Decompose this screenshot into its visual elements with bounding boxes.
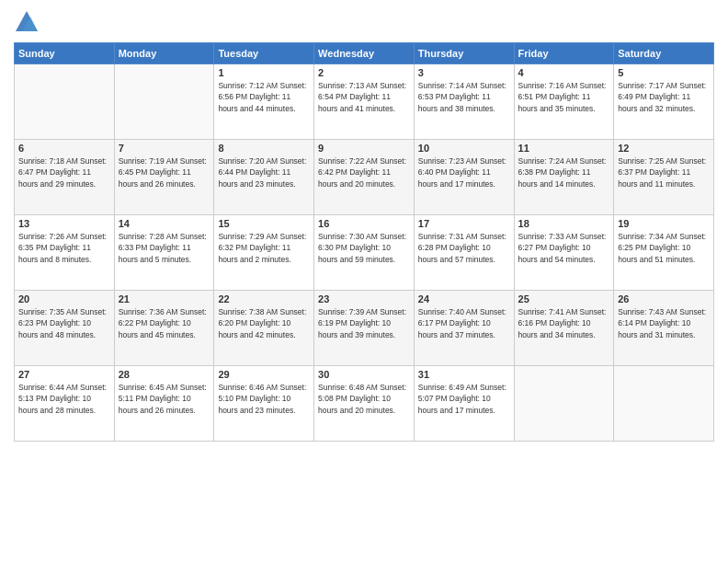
calendar-cell: 31Sunrise: 6:49 AM Sunset: 5:07 PM Dayli… xyxy=(414,366,514,442)
week-row-0: 1Sunrise: 7:12 AM Sunset: 6:56 PM Daylig… xyxy=(15,64,714,140)
cell-content: Sunrise: 7:24 AM Sunset: 6:38 PM Dayligh… xyxy=(518,155,610,190)
day-number: 15 xyxy=(218,218,310,229)
day-number: 28 xyxy=(119,369,210,380)
calendar-cell: 8Sunrise: 7:20 AM Sunset: 6:44 PM Daylig… xyxy=(214,140,314,215)
calendar-cell: 27Sunrise: 6:44 AM Sunset: 5:13 PM Dayli… xyxy=(15,366,115,442)
cell-content: Sunrise: 7:25 AM Sunset: 6:37 PM Dayligh… xyxy=(618,155,710,190)
cell-content: Sunrise: 6:48 AM Sunset: 5:08 PM Dayligh… xyxy=(318,382,410,416)
day-number: 14 xyxy=(119,218,210,229)
cell-content: Sunrise: 7:38 AM Sunset: 6:20 PM Dayligh… xyxy=(218,306,310,340)
day-header-sunday: Sunday xyxy=(15,43,115,64)
cell-content: Sunrise: 7:18 AM Sunset: 6:47 PM Dayligh… xyxy=(18,155,110,190)
cell-content: Sunrise: 7:20 AM Sunset: 6:44 PM Dayligh… xyxy=(218,155,310,190)
cell-content: Sunrise: 7:23 AM Sunset: 6:40 PM Dayligh… xyxy=(418,155,510,190)
calendar-cell: 9Sunrise: 7:22 AM Sunset: 6:42 PM Daylig… xyxy=(314,140,415,215)
calendar-cell: 10Sunrise: 7:23 AM Sunset: 6:40 PM Dayli… xyxy=(414,140,514,215)
cell-content: Sunrise: 6:45 AM Sunset: 5:11 PM Dayligh… xyxy=(119,382,210,416)
day-number: 13 xyxy=(18,218,110,229)
day-number: 17 xyxy=(418,218,510,229)
day-number: 19 xyxy=(618,218,710,229)
logo xyxy=(14,9,43,35)
day-number: 9 xyxy=(318,143,410,154)
calendar-cell xyxy=(15,64,115,140)
cell-content: Sunrise: 7:29 AM Sunset: 6:32 PM Dayligh… xyxy=(218,231,310,265)
cell-content: Sunrise: 7:17 AM Sunset: 6:49 PM Dayligh… xyxy=(618,80,710,114)
cell-content: Sunrise: 7:26 AM Sunset: 6:35 PM Dayligh… xyxy=(18,231,110,265)
day-number: 5 xyxy=(618,67,710,78)
day-number: 26 xyxy=(618,293,710,304)
cell-content: Sunrise: 7:14 AM Sunset: 6:53 PM Dayligh… xyxy=(418,80,510,114)
day-number: 7 xyxy=(119,143,210,154)
calendar-cell: 17Sunrise: 7:31 AM Sunset: 6:28 PM Dayli… xyxy=(414,215,514,291)
cell-content: Sunrise: 7:19 AM Sunset: 6:45 PM Dayligh… xyxy=(119,155,210,190)
calendar-cell: 14Sunrise: 7:28 AM Sunset: 6:33 PM Dayli… xyxy=(114,215,214,291)
calendar-cell: 2Sunrise: 7:13 AM Sunset: 6:54 PM Daylig… xyxy=(314,64,415,140)
calendar-cell: 22Sunrise: 7:38 AM Sunset: 6:20 PM Dayli… xyxy=(214,291,314,366)
day-number: 11 xyxy=(518,143,610,154)
cell-content: Sunrise: 6:44 AM Sunset: 5:13 PM Dayligh… xyxy=(18,382,110,416)
cell-content: Sunrise: 7:40 AM Sunset: 6:17 PM Dayligh… xyxy=(418,306,510,340)
calendar-cell: 19Sunrise: 7:34 AM Sunset: 6:25 PM Dayli… xyxy=(614,215,714,291)
day-number: 31 xyxy=(418,369,510,380)
day-number: 12 xyxy=(618,143,710,154)
calendar-cell: 21Sunrise: 7:36 AM Sunset: 6:22 PM Dayli… xyxy=(114,291,214,366)
logo-icon xyxy=(14,9,40,35)
calendar-cell: 1Sunrise: 7:12 AM Sunset: 6:56 PM Daylig… xyxy=(214,64,314,140)
day-number: 25 xyxy=(518,293,610,304)
week-row-4: 27Sunrise: 6:44 AM Sunset: 5:13 PM Dayli… xyxy=(15,366,714,442)
cell-content: Sunrise: 7:33 AM Sunset: 6:27 PM Dayligh… xyxy=(518,231,610,265)
page-header xyxy=(14,9,714,35)
week-row-1: 6Sunrise: 7:18 AM Sunset: 6:47 PM Daylig… xyxy=(15,140,714,215)
cell-content: Sunrise: 7:28 AM Sunset: 6:33 PM Dayligh… xyxy=(119,231,210,265)
day-number: 10 xyxy=(418,143,510,154)
calendar-cell: 7Sunrise: 7:19 AM Sunset: 6:45 PM Daylig… xyxy=(114,140,214,215)
day-number: 2 xyxy=(318,67,410,78)
cell-content: Sunrise: 7:39 AM Sunset: 6:19 PM Dayligh… xyxy=(318,306,410,340)
cell-content: Sunrise: 7:41 AM Sunset: 6:16 PM Dayligh… xyxy=(518,306,610,340)
calendar-cell: 18Sunrise: 7:33 AM Sunset: 6:27 PM Dayli… xyxy=(514,215,614,291)
day-number: 6 xyxy=(18,143,110,154)
week-row-3: 20Sunrise: 7:35 AM Sunset: 6:23 PM Dayli… xyxy=(15,291,714,366)
cell-content: Sunrise: 7:34 AM Sunset: 6:25 PM Dayligh… xyxy=(618,231,710,265)
calendar-cell: 3Sunrise: 7:14 AM Sunset: 6:53 PM Daylig… xyxy=(414,64,514,140)
calendar-cell xyxy=(614,366,714,442)
calendar-cell: 29Sunrise: 6:46 AM Sunset: 5:10 PM Dayli… xyxy=(214,366,314,442)
calendar-cell: 30Sunrise: 6:48 AM Sunset: 5:08 PM Dayli… xyxy=(314,366,415,442)
calendar-cell: 16Sunrise: 7:30 AM Sunset: 6:30 PM Dayli… xyxy=(314,215,415,291)
day-number: 24 xyxy=(418,293,510,304)
calendar-cell: 26Sunrise: 7:43 AM Sunset: 6:14 PM Dayli… xyxy=(614,291,714,366)
calendar-cell: 25Sunrise: 7:41 AM Sunset: 6:16 PM Dayli… xyxy=(514,291,614,366)
day-number: 8 xyxy=(218,143,310,154)
cell-content: Sunrise: 7:35 AM Sunset: 6:23 PM Dayligh… xyxy=(18,306,110,340)
calendar-cell: 6Sunrise: 7:18 AM Sunset: 6:47 PM Daylig… xyxy=(15,140,115,215)
cell-content: Sunrise: 7:13 AM Sunset: 6:54 PM Dayligh… xyxy=(318,80,410,114)
cell-content: Sunrise: 7:43 AM Sunset: 6:14 PM Dayligh… xyxy=(618,306,710,340)
cell-content: Sunrise: 7:22 AM Sunset: 6:42 PM Dayligh… xyxy=(318,155,410,190)
day-number: 23 xyxy=(318,293,410,304)
cell-content: Sunrise: 7:12 AM Sunset: 6:56 PM Dayligh… xyxy=(218,80,310,114)
cell-content: Sunrise: 6:49 AM Sunset: 5:07 PM Dayligh… xyxy=(418,382,510,416)
day-number: 4 xyxy=(518,67,610,78)
day-number: 27 xyxy=(18,369,110,380)
calendar-table: SundayMondayTuesdayWednesdayThursdayFrid… xyxy=(14,42,714,442)
day-header-monday: Monday xyxy=(114,43,214,64)
day-number: 18 xyxy=(518,218,610,229)
cell-content: Sunrise: 7:30 AM Sunset: 6:30 PM Dayligh… xyxy=(318,231,410,265)
calendar-cell xyxy=(114,64,214,140)
day-header-wednesday: Wednesday xyxy=(314,43,415,64)
calendar-cell xyxy=(514,366,614,442)
calendar-cell: 20Sunrise: 7:35 AM Sunset: 6:23 PM Dayli… xyxy=(15,291,115,366)
day-header-tuesday: Tuesday xyxy=(214,43,314,64)
calendar-cell: 4Sunrise: 7:16 AM Sunset: 6:51 PM Daylig… xyxy=(514,64,614,140)
day-number: 22 xyxy=(218,293,310,304)
day-number: 21 xyxy=(119,293,210,304)
day-header-thursday: Thursday xyxy=(414,43,514,64)
day-number: 3 xyxy=(418,67,510,78)
calendar-cell: 28Sunrise: 6:45 AM Sunset: 5:11 PM Dayli… xyxy=(114,366,214,442)
day-number: 1 xyxy=(218,67,310,78)
day-header-saturday: Saturday xyxy=(614,43,714,64)
cell-content: Sunrise: 7:31 AM Sunset: 6:28 PM Dayligh… xyxy=(418,231,510,265)
cell-content: Sunrise: 7:36 AM Sunset: 6:22 PM Dayligh… xyxy=(119,306,210,340)
calendar-cell: 24Sunrise: 7:40 AM Sunset: 6:17 PM Dayli… xyxy=(414,291,514,366)
calendar-cell: 12Sunrise: 7:25 AM Sunset: 6:37 PM Dayli… xyxy=(614,140,714,215)
